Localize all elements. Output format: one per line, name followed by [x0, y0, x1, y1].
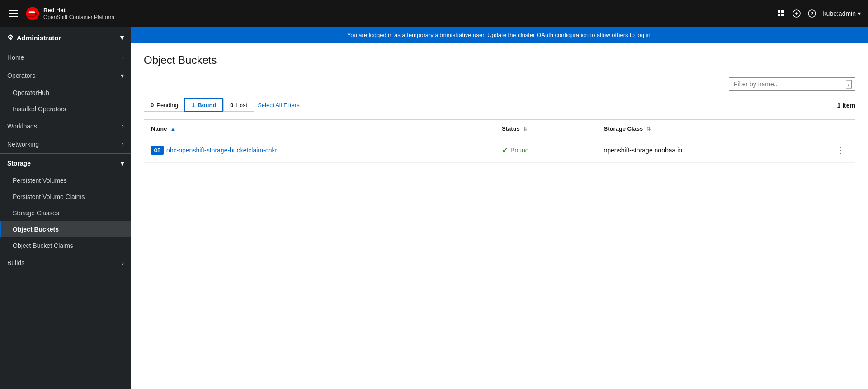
col-actions — [826, 120, 855, 138]
col-name[interactable]: Name ▲ — [144, 120, 495, 138]
sidebar-item-home[interactable]: Home › — [0, 48, 131, 66]
ob-badge: OB — [151, 146, 164, 155]
table-row: OB obc-openshift-storage-bucketclaim-chk… — [144, 138, 855, 163]
sidebar-item-workloads[interactable]: Workloads › — [0, 117, 131, 135]
svg-rect-4 — [781, 14, 784, 16]
page-content: Object Buckets / 0 Pending 1 Bound — [131, 43, 868, 389]
filter-slash-icon: / — [846, 80, 852, 89]
sidebar-item-operatorhub[interactable]: OperatorHub — [0, 85, 131, 101]
sidebar-item-storage-classes[interactable]: Storage Classes — [0, 205, 131, 221]
svg-point-0 — [26, 7, 39, 20]
filter-lost-button[interactable]: 0 Lost — [223, 99, 254, 112]
svg-rect-1 — [778, 10, 780, 13]
brand-top: Red Hat — [43, 7, 114, 14]
pending-label: Pending — [156, 102, 178, 109]
builds-label: Builds — [7, 259, 24, 266]
builds-chevron-icon: › — [122, 259, 124, 266]
object-buckets-table: Name ▲ Status ⇅ Storage Class ⇅ — [144, 119, 855, 163]
brand-text: Red Hat OpenShift Container Platform — [43, 7, 114, 20]
sidebar-item-storage[interactable]: Storage ▾ — [0, 154, 131, 172]
filter-row: / — [144, 77, 855, 91]
lost-count: 0 — [230, 102, 233, 109]
item-count: 1 Item — [837, 102, 855, 109]
info-banner: You are logged in as a temporary adminis… — [131, 27, 868, 43]
storage-chevron-icon: ▾ — [121, 160, 124, 167]
select-all-filters-link[interactable]: Select All Filters — [258, 102, 299, 109]
filter-bound-button[interactable]: 1 Bound — [184, 98, 223, 112]
help-icon[interactable]: ? — [808, 9, 816, 18]
admin-label: Administrator — [17, 34, 61, 42]
user-label: kube:admin — [823, 10, 856, 17]
topnav: Red Hat OpenShift Container Platform ? k… — [0, 0, 868, 27]
sidebar-item-installed-operators[interactable]: Installed Operators — [0, 101, 131, 117]
page-title: Object Buckets — [144, 54, 855, 66]
banner-text2: to allow others to log in. — [590, 32, 652, 38]
bound-count: 1 — [192, 102, 195, 109]
operators-chevron-icon: ▾ — [121, 72, 124, 79]
banner-link[interactable]: cluster OAuth configuration — [518, 32, 589, 38]
filter-input[interactable] — [729, 77, 855, 91]
workloads-label: Workloads — [7, 123, 37, 130]
status-bound: ✔ Bound — [502, 146, 589, 155]
content-area: You are logged in as a temporary adminis… — [131, 27, 868, 389]
lost-label: Lost — [236, 102, 248, 109]
table-header-row: Name ▲ Status ⇅ Storage Class ⇅ — [144, 120, 855, 138]
row-status-cell: ✔ Bound — [495, 138, 596, 163]
svg-rect-3 — [778, 14, 780, 16]
sidebar-item-operators[interactable]: Operators ▾ — [0, 66, 131, 85]
row-kebab-button[interactable]: ⋮ — [833, 143, 848, 157]
brand: Red Hat OpenShift Container Platform — [25, 6, 114, 21]
row-storage-class-cell: openshift-storage.noobaa.io — [596, 138, 826, 163]
home-label: Home — [7, 54, 24, 61]
user-chevron-icon: ▾ — [858, 10, 861, 17]
networking-label: Networking — [7, 141, 39, 148]
redhat-logo — [25, 6, 40, 21]
row-name-cell: OB obc-openshift-storage-bucketclaim-chk… — [144, 138, 495, 163]
admin-chevron-icon: ▾ — [120, 33, 124, 42]
bucket-name-link[interactable]: OB obc-openshift-storage-bucketclaim-chk… — [151, 146, 487, 155]
check-circle-icon: ✔ — [502, 146, 508, 155]
sidebar-item-object-buckets[interactable]: Object Buckets — [0, 221, 131, 237]
filter-badges: 0 Pending 1 Bound 0 Lost Select All Filt… — [144, 98, 855, 112]
operators-label: Operators — [7, 72, 35, 79]
sidebar-item-networking[interactable]: Networking › — [0, 135, 131, 153]
workloads-chevron-icon: › — [122, 123, 124, 130]
user-menu[interactable]: kube:admin ▾ — [823, 10, 861, 17]
svg-text:?: ? — [810, 11, 813, 16]
name-sort-icon: ▲ — [170, 126, 175, 132]
row-actions-cell: ⋮ — [826, 138, 855, 163]
status-text: Bound — [510, 147, 528, 154]
svg-rect-2 — [781, 10, 784, 13]
sidebar-item-builds[interactable]: Builds › — [0, 254, 131, 272]
apps-grid-icon[interactable] — [777, 9, 785, 18]
storage-label-text: Storage — [7, 160, 31, 167]
add-icon[interactable] — [793, 9, 801, 18]
brand-bottom: OpenShift Container Platform — [43, 14, 114, 20]
bound-label: Bound — [198, 102, 216, 109]
sidebar: ⚙ Administrator ▾ Home › Operators ▾ Ope… — [0, 27, 131, 389]
bucket-name: obc-openshift-storage-bucketclaim-chkrt — [166, 147, 279, 154]
sidebar-admin-header[interactable]: ⚙ Administrator ▾ — [0, 27, 131, 48]
hamburger-menu[interactable] — [7, 9, 20, 19]
sidebar-item-pvc[interactable]: Persistent Volume Claims — [0, 189, 131, 205]
sidebar-item-persistent-volumes[interactable]: Persistent Volumes — [0, 172, 131, 189]
networking-chevron-icon: › — [122, 141, 124, 148]
filter-pending-button[interactable]: 0 Pending — [144, 99, 184, 112]
home-chevron-icon: › — [122, 54, 124, 61]
pending-count: 0 — [151, 102, 154, 109]
status-sort-icon: ⇅ — [523, 126, 527, 132]
storage-class-sort-icon: ⇅ — [646, 126, 651, 132]
sidebar-item-object-bucket-claims[interactable]: Object Bucket Claims — [0, 237, 131, 254]
filter-input-wrap: / — [729, 77, 855, 91]
admin-cog-icon: ⚙ — [7, 33, 13, 42]
col-status[interactable]: Status ⇅ — [495, 120, 596, 138]
storage-class-value: openshift-storage.noobaa.io — [604, 147, 682, 154]
col-storage-class[interactable]: Storage Class ⇅ — [596, 120, 826, 138]
banner-text: You are logged in as a temporary adminis… — [347, 32, 518, 38]
